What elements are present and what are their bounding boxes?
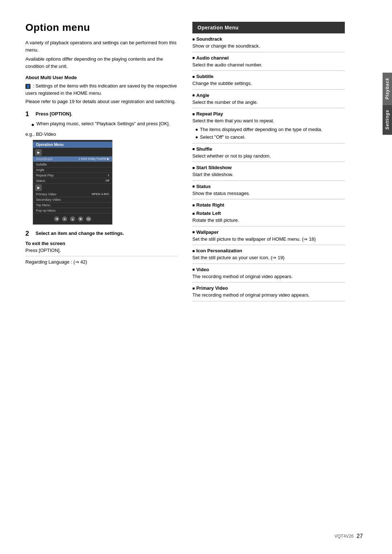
menu-icon-row: ▶	[33, 148, 112, 156]
op-divider-9	[192, 226, 345, 227]
multi-user-text-2: Please refer to page 19 for details abou…	[25, 98, 178, 105]
operation-menu-header: Operation Menu	[192, 22, 345, 33]
op-divider-7	[192, 180, 345, 181]
right-column: Operation Menu Soundtrack Show or change…	[192, 22, 345, 302]
bullet-icon-1: ●	[195, 126, 198, 133]
op-item-video: Video The recording method of original v…	[192, 267, 345, 283]
side-tab-settings: Settings	[383, 105, 392, 135]
op-item-soundtrack-title: Soundtrack	[192, 36, 345, 42]
multi-user-heading: About Multi User Mode	[25, 75, 178, 80]
op-item-wallpaper-body: Set the still picture to the wallpaper o…	[192, 236, 345, 243]
op-item-repeat: Repeat Play Select the item that you wan…	[192, 111, 345, 143]
side-tab-playback: Playback	[383, 73, 392, 105]
menu-icon-disc: ▶	[35, 149, 42, 156]
menu-row-status: Status Off	[33, 178, 112, 184]
user-mode-icon: 👤	[25, 84, 30, 89]
intro-text-1: A variety of playback operations and set…	[25, 39, 178, 53]
footer: VQT4V26 27	[335, 533, 363, 539]
op-item-video-title: Video	[192, 267, 345, 272]
op-item-rotate-right-title: Rotate Right	[192, 202, 345, 208]
regarding-language: Regarding Language : (⇒ 42)	[25, 258, 178, 266]
op-item-rotate-left-title: Rotate Left	[192, 211, 345, 216]
op-item-rotate-body: Rotate the still picture.	[192, 217, 345, 224]
step-1-bullet-1: ● When playing music, select "Playback S…	[31, 121, 178, 129]
intro-text-2: Available options differ depending on th…	[25, 56, 178, 70]
op-item-angle: Angle Select the number of the angle.	[192, 93, 345, 109]
op-divider-1	[192, 52, 345, 52]
divider-1	[25, 256, 178, 256]
menu-screenshot-title: Operation Menu	[33, 142, 112, 148]
menu-icon-row-2: ▶	[33, 184, 112, 192]
step-2-text: Select an item and change the settings.	[36, 230, 124, 237]
menu-screenshot: Operation Menu ▶ Soundtrack 1 ENG Dolby …	[33, 140, 113, 225]
left-column: Option menu A variety of playback operat…	[25, 22, 178, 302]
op-item-slideshow-title: Start Slideshow	[192, 165, 345, 170]
menu-row-subtitle: Subtitle	[33, 162, 112, 167]
op-item-subtitle-body: Change the subtitle settings.	[192, 80, 345, 87]
op-divider-10	[192, 245, 345, 245]
menu-controls: ◀ ▼ ▲ ▶ OK	[33, 215, 112, 223]
menu-row-topmenu: Top Menu	[33, 203, 112, 208]
step-1-number: 1	[25, 110, 33, 118]
op-item-subtitle-title: Subtitle	[192, 74, 345, 79]
step-1-text: Press [OPTION].	[36, 110, 72, 118]
op-divider-8	[192, 199, 345, 199]
op-item-slideshow-body: Start the slideshow.	[192, 171, 345, 178]
op-item-wallpaper: Wallpaper Set the still picture to the w…	[192, 229, 345, 245]
op-item-audio-title: Audio channel	[192, 55, 345, 61]
menu-row-repeat: Repeat Play 1	[33, 173, 112, 178]
op-item-audio: Audio channel Select the audio channel n…	[192, 55, 345, 71]
op-item-angle-title: Angle	[192, 93, 345, 98]
op-item-soundtrack-body: Show or change the soundtrack.	[192, 42, 345, 50]
ctrl-btn-ok: OK	[86, 216, 91, 221]
op-item-shuffle-title: Shuffle	[192, 146, 345, 152]
menu-icon-video: ▶	[35, 184, 42, 191]
op-item-wallpaper-title: Wallpaper	[192, 229, 345, 235]
page-number: 27	[356, 533, 363, 539]
op-item-subtitle: Subtitle Change the subtitle settings.	[192, 74, 345, 90]
ctrl-btn-4: ▶	[78, 216, 83, 221]
op-divider-13	[192, 301, 345, 301]
menu-row-popup: Pop-up Menu	[33, 208, 112, 213]
menu-row-angle: Angle	[33, 167, 112, 173]
page-title: Option menu	[25, 22, 178, 33]
op-item-shuffle: Shuffle Select whether or not to play ra…	[192, 146, 345, 162]
op-divider-3	[192, 89, 345, 90]
ctrl-btn-2: ▼	[62, 216, 67, 221]
ctrl-btn-1: ◀	[54, 216, 59, 221]
op-item-repeat-bullet-2: ● Select "Off" to cancel.	[195, 134, 345, 141]
op-item-rotate: Rotate Right Rotate Left Rotate the stil…	[192, 202, 345, 227]
op-divider-11	[192, 264, 345, 264]
op-item-status-body: Show the status messages.	[192, 190, 345, 197]
op-item-repeat-body: Select the item that you want to repeat.	[192, 117, 345, 125]
model-number: VQT4V26	[335, 534, 354, 539]
menu-row-primary: Primary Video MPEG-4 AVC	[33, 192, 112, 197]
bullet-icon-2: ●	[195, 134, 198, 141]
op-divider-6	[192, 162, 345, 162]
bullet-dot: ●	[31, 121, 34, 129]
op-item-repeat-bullet-1: ● The items displayed differ depending o…	[195, 126, 345, 133]
op-item-angle-body: Select the number of the angle.	[192, 99, 345, 106]
ctrl-btn-3: ▲	[70, 216, 75, 221]
op-item-soundtrack: Soundtrack Show or change the soundtrack…	[192, 36, 345, 52]
op-item-shuffle-body: Select whether or not to play random.	[192, 152, 345, 160]
op-item-slideshow: Start Slideshow Start the slideshow.	[192, 165, 345, 181]
step-2-number: 2	[25, 230, 33, 238]
multi-user-text-1: 👤 : Settings of the items with this indi…	[25, 82, 178, 97]
op-item-audio-body: Select the audio channel number.	[192, 61, 345, 69]
to-exit-body: Press [OPTION].	[25, 247, 178, 254]
op-item-icon-personalization-title: Icon Personalization	[192, 248, 345, 253]
to-exit-heading: To exit the screen	[25, 241, 178, 246]
op-item-icon-personalization-body: Set the still picture as your user icon.…	[192, 254, 345, 261]
op-item-status: Status Show the status messages.	[192, 184, 345, 200]
op-item-status-title: Status	[192, 184, 345, 189]
op-divider-5	[192, 143, 345, 143]
side-tabs: Playback Settings	[383, 73, 392, 135]
op-item-repeat-title: Repeat Play	[192, 111, 345, 117]
step-1: 1 Press [OPTION].	[25, 110, 178, 118]
op-item-primary-video-title: Primary Video	[192, 285, 345, 291]
op-divider-2	[192, 70, 345, 71]
op-item-video-body: The recording method of original video a…	[192, 273, 345, 280]
op-divider-12	[192, 282, 345, 282]
op-item-icon-personalization: Icon Personalization Set the still pictu…	[192, 248, 345, 264]
